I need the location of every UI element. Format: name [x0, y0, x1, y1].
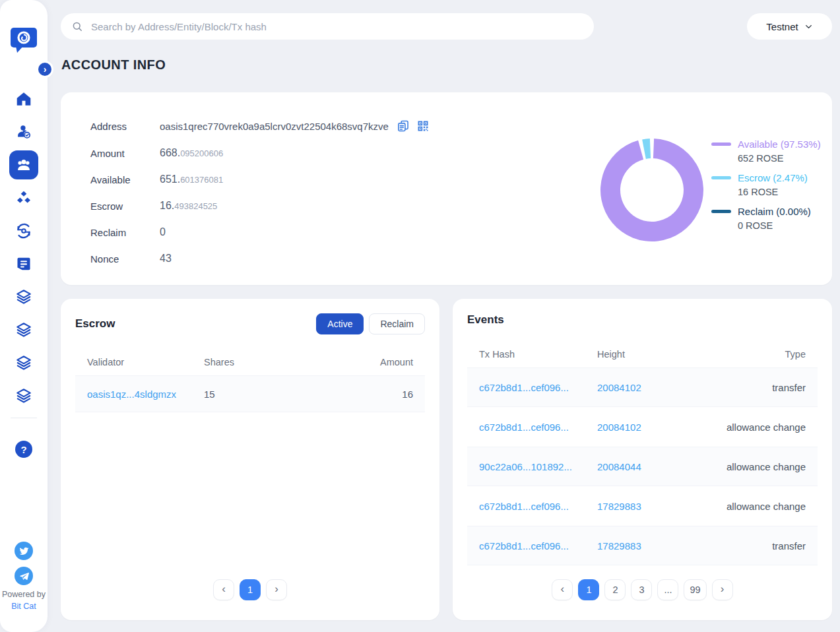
- accounts-icon: [15, 156, 33, 174]
- events-table-row: c672b8d1...cef096...17829883allowance ch…: [467, 486, 818, 526]
- field-value: 668.: [160, 147, 180, 159]
- sidebar-item-accounts[interactable]: [9, 150, 38, 179]
- escrow-table-body: oasis1qz...4sldgmzx1516: [75, 375, 425, 412]
- legend-swatch: [711, 210, 731, 213]
- tx-hash-link[interactable]: 90c22a06...101892...: [479, 461, 597, 472]
- events-page-1-button[interactable]: 1: [578, 579, 599, 600]
- home-icon: [15, 90, 32, 108]
- legend-label: Available (97.53%): [738, 139, 821, 150]
- account-field-row: Amount668.095200606: [90, 146, 223, 160]
- field-label: Escrow: [90, 201, 160, 212]
- field-value: 16.: [160, 200, 174, 212]
- events-pagination: ‹123...99›: [552, 579, 732, 600]
- sidebar-item-proposals[interactable]: [15, 255, 33, 273]
- help-icon[interactable]: ?: [15, 441, 32, 458]
- network-select[interactable]: Testnet: [747, 13, 832, 40]
- escrow-pagination: ‹1›: [213, 579, 287, 600]
- events-table-row: c672b8d1...cef096...17829883transfer: [467, 526, 818, 565]
- powered-by-label: Powered by: [0, 590, 48, 599]
- sidebar-item-home[interactable]: [15, 90, 33, 108]
- height-link[interactable]: 20084102: [597, 422, 707, 433]
- sidebar-item-blocks[interactable]: [15, 189, 33, 207]
- layers-icon: [15, 354, 32, 371]
- sidebar-divider: [11, 418, 37, 418]
- chevron-down-icon: [804, 22, 813, 31]
- legend-amount: 652 ROSE: [738, 153, 821, 164]
- field-label: Available: [90, 174, 160, 185]
- legend-amount: 16 ROSE: [738, 187, 821, 197]
- column-tx-hash: Tx Hash: [479, 349, 597, 360]
- column-height: Height: [597, 349, 707, 360]
- escrow-next-page-button[interactable]: ›: [266, 579, 287, 600]
- height-link[interactable]: 20084044: [597, 461, 707, 472]
- legend-entry-reclaim: Reclaim (0.00%)0 ROSE: [711, 206, 821, 231]
- telegram-icon[interactable]: [15, 567, 33, 585]
- events-table-header: Tx Hash Height Type: [467, 341, 818, 367]
- bitcat-link[interactable]: Bit Cat: [0, 602, 48, 611]
- sidebar-item-paratime-3[interactable]: [15, 354, 33, 372]
- events-page-2-button[interactable]: 2: [604, 579, 626, 600]
- address-value: oasis1qrec770vrek0a9a5lcrv0zvt22504k68sv…: [160, 121, 389, 132]
- events-page-ellipsis[interactable]: ...: [657, 579, 678, 600]
- event-type: transfer: [707, 540, 806, 552]
- events-table-body: c672b8d1...cef096...20084102transferc672…: [467, 367, 818, 565]
- height-link[interactable]: 17829883: [597, 540, 707, 552]
- shares-value: 15: [204, 389, 347, 400]
- twitter-icon[interactable]: [15, 542, 33, 560]
- escrow-prev-page-button[interactable]: ‹: [213, 579, 234, 600]
- account-info-card: Addressoasis1qrec770vrek0a9a5lcrv0zvt225…: [61, 92, 832, 285]
- escrow-title: Escrow: [75, 317, 115, 331]
- sidebar-item-paratime-4[interactable]: [15, 387, 33, 405]
- search-bar[interactable]: [61, 13, 594, 40]
- sidebar-expand-button[interactable]: ›: [36, 61, 53, 78]
- column-type: Type: [707, 349, 806, 360]
- tx-hash-link[interactable]: c672b8d1...cef096...: [479, 422, 597, 433]
- oasisscan-logo[interactable]: [9, 25, 38, 54]
- escrow-tab-group: ActiveReclaim: [316, 313, 425, 334]
- field-label: Nonce: [90, 253, 160, 265]
- qr-code-icon[interactable]: [416, 119, 430, 133]
- account-field-row: Nonce43: [90, 251, 172, 266]
- events-panel: Events Tx Hash Height Type c672b8d1...ce…: [453, 299, 832, 620]
- field-label: Reclaim: [90, 227, 160, 238]
- escrow-tab-reclaim[interactable]: Reclaim: [369, 313, 425, 334]
- tx-hash-link[interactable]: c672b8d1...cef096...: [479, 501, 597, 512]
- sidebar-item-paratime-2[interactable]: [15, 321, 33, 339]
- height-link[interactable]: 17829883: [597, 501, 707, 512]
- events-page-3-button[interactable]: 3: [631, 579, 652, 600]
- layers-icon: [15, 387, 32, 404]
- tx-hash-link[interactable]: c672b8d1...cef096...: [479, 382, 597, 393]
- account-field-row: Addressoasis1qrec770vrek0a9a5lcrv0zvt225…: [90, 119, 430, 133]
- sidebar-item-transactions[interactable]: [15, 222, 33, 240]
- transactions-icon: [15, 222, 32, 239]
- legend-swatch: [711, 142, 731, 146]
- search-input[interactable]: [91, 21, 583, 32]
- escrow-tab-active[interactable]: Active: [316, 313, 364, 334]
- field-value: 0: [160, 226, 166, 238]
- field-value-decimals: 601376081: [180, 175, 223, 185]
- validator-link[interactable]: oasis1qz...4sldgmzx: [87, 389, 204, 400]
- page-title: ACCOUNT INFO: [61, 57, 166, 73]
- main-content: Testnet ACCOUNT INFO Addressoasis1qrec77…: [61, 0, 832, 632]
- event-type: transfer: [707, 382, 806, 393]
- sidebar: ›: [0, 0, 48, 632]
- address-actions: [397, 119, 430, 133]
- escrow-page-1-button[interactable]: 1: [240, 579, 261, 600]
- field-value-decimals: 493824525: [174, 201, 217, 211]
- event-type: allowance change: [707, 501, 806, 512]
- account-field-row: Escrow16.493824525: [90, 199, 217, 213]
- events-next-page-button[interactable]: ›: [712, 579, 733, 600]
- field-value-decimals: 095200606: [180, 148, 223, 158]
- events-prev-page-button[interactable]: ‹: [552, 579, 573, 600]
- events-page-99-button[interactable]: 99: [684, 579, 706, 600]
- height-link[interactable]: 20084102: [597, 382, 707, 393]
- tx-hash-link[interactable]: c672b8d1...cef096...: [479, 540, 597, 552]
- events-table-row: c672b8d1...cef096...20084102transfer: [467, 367, 818, 407]
- copy-icon[interactable]: [397, 119, 410, 133]
- legend-label: Escrow (2.47%): [738, 172, 808, 183]
- donut-slice-available: [600, 139, 703, 241]
- sidebar-item-validators[interactable]: [15, 123, 33, 141]
- sidebar-item-paratime-1[interactable]: [15, 288, 33, 306]
- legend-label: Reclaim (0.00%): [738, 206, 811, 217]
- blocks-icon: [15, 189, 32, 206]
